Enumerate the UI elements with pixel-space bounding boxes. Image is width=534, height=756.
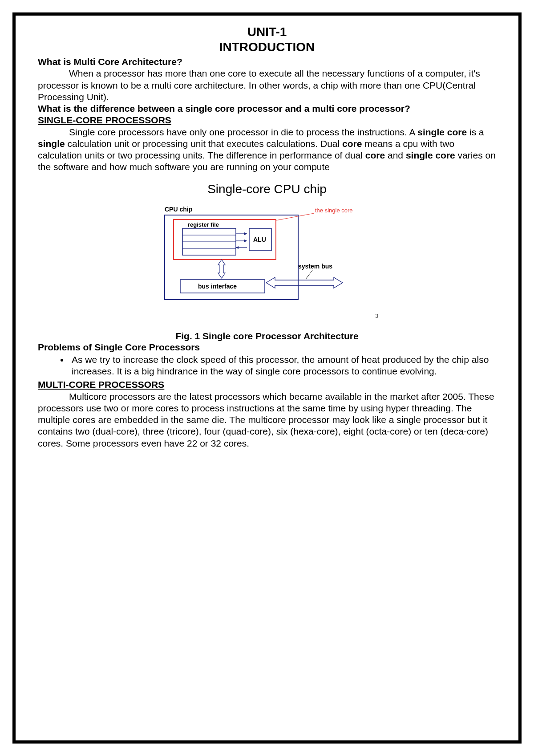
- single-core-heading: SINGLE-CORE PROCESSORS: [38, 114, 496, 126]
- single-core-paragraph: Single core processors have only one pro…: [38, 126, 496, 173]
- bold-text: core: [365, 150, 385, 160]
- svg-line-15: [306, 270, 312, 279]
- bold-text: single core: [417, 127, 467, 137]
- bold-text: single core: [406, 150, 455, 160]
- multi-core-paragraph: Multicore processors are the latest proc…: [38, 391, 496, 449]
- text: and: [385, 150, 406, 160]
- figure-caption: Fig. 1 Single core Processor Architectur…: [38, 331, 496, 341]
- system-bus-label: system bus: [298, 263, 332, 270]
- bus-interface-label: bus interface: [198, 283, 237, 290]
- multi-core-heading: MULTI-CORE PROCESSORS: [38, 379, 496, 390]
- figure-title: Single-core CPU chip: [38, 182, 496, 196]
- svg-marker-9: [244, 232, 247, 235]
- text: calculation unit or processing unit that…: [65, 138, 342, 149]
- bold-text: core: [342, 138, 362, 149]
- page-title: INTRODUCTION: [38, 40, 496, 55]
- problems-heading: Problems of Single Core Processors: [38, 341, 496, 353]
- problems-list: As we try to increase the clock speed of…: [38, 354, 496, 378]
- unit-label: UNIT-1: [38, 24, 496, 40]
- single-core-label: the single core: [315, 207, 353, 214]
- problem-bullet: As we try to increase the clock speed of…: [69, 354, 496, 378]
- question-1-heading: What is Multi Core Architecture?: [38, 56, 496, 68]
- register-file-label: register file: [188, 221, 219, 228]
- question-1-answer: When a processor has more than one core …: [38, 68, 496, 103]
- figure-single-core: Single-core CPU chip CPU chip the single…: [38, 182, 496, 341]
- question-2-heading: What is the difference between a single …: [38, 103, 496, 114]
- svg-marker-13: [236, 246, 239, 249]
- alu-label: ALU: [253, 236, 266, 243]
- svg-line-2: [276, 213, 314, 220]
- bold-text: single: [38, 138, 65, 149]
- text: Single core processors have only one pro…: [69, 127, 417, 137]
- cpu-chip-label: CPU chip: [165, 206, 192, 213]
- svg-marker-11: [244, 240, 247, 242]
- page-border: UNIT-1 INTRODUCTION What is Multi Core A…: [12, 12, 522, 744]
- text: is a: [467, 127, 484, 137]
- single-core-diagram: CPU chip the single core register file A…: [156, 202, 378, 304]
- figure-page-number: 3: [156, 313, 378, 319]
